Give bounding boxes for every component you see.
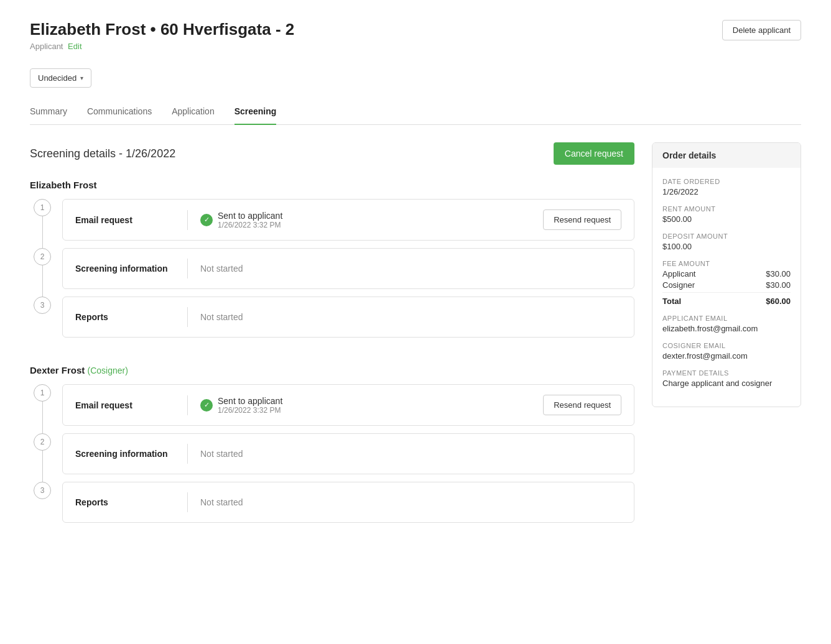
order-deposit-value: $100.00 — [662, 242, 791, 251]
step-connector — [42, 216, 43, 248]
order-rent-value: $500.00 — [662, 214, 791, 224]
step-number: 1 — [34, 384, 51, 402]
order-deposit-field: DEPOSIT AMOUNT $100.00 — [662, 232, 791, 251]
check-icon: ✓ — [200, 399, 213, 412]
sent-label: Sent to applicant — [218, 396, 282, 406]
order-cosigner-email-field: COSIGNER EMAIL dexter.frost@gmail.com — [662, 342, 791, 361]
order-payment-value: Charge applicant and cosigner — [662, 379, 791, 388]
order-date-value: 1/26/2022 — [662, 187, 791, 196]
step-status: ✓ Sent to applicant 1/26/2022 3:32 PM — [200, 211, 531, 229]
order-deposit-label: DEPOSIT AMOUNT — [662, 232, 791, 240]
cosigner-name: Dexter Frost (Cosigner) — [30, 365, 634, 375]
total-label: Total — [662, 297, 681, 306]
step-number: 2 — [34, 248, 51, 265]
fee-applicant-value: $30.00 — [766, 269, 791, 278]
applicant-steps: Elizabeth Frost 1 Email request — [30, 180, 634, 345]
step-status: Not started — [200, 264, 621, 274]
tabs-nav: Summary Communications Application Scree… — [30, 100, 801, 125]
step-divider — [187, 492, 188, 512]
step-row: 1 Email request ✓ Sent to applican — [30, 384, 634, 433]
step-label: Screening information — [75, 264, 175, 274]
order-date-label: DATE ORDERED — [662, 178, 791, 185]
order-cosigner-email-label: COSIGNER EMAIL — [662, 342, 791, 349]
step-divider — [187, 444, 188, 464]
order-applicant-email-field: APPLICANT EMAIL elizabeth.frost@gmail.co… — [662, 315, 791, 333]
step-label: Reports — [75, 312, 175, 322]
applicant-name: Elizabeth Frost — [30, 180, 634, 190]
fee-cosigner-row: Cosigner $30.00 — [662, 280, 791, 290]
fee-applicant-label: Applicant — [662, 269, 695, 278]
order-cosigner-email-value: dexter.frost@gmail.com — [662, 351, 791, 361]
step-number: 1 — [34, 199, 51, 216]
step-divider — [187, 395, 188, 415]
step-row: 2 Screening information Not started — [30, 248, 634, 297]
step-number: 3 — [34, 297, 51, 314]
step-status: ✓ Sent to applicant 1/26/2022 3:32 PM — [200, 396, 531, 415]
delete-applicant-button[interactable]: Delete applicant — [722, 20, 801, 40]
order-rent-field: RENT AMOUNT $500.00 — [662, 205, 791, 224]
status-value: Undecided — [38, 73, 77, 83]
step-label: Email request — [75, 400, 175, 410]
step-row: 3 Reports Not started — [30, 297, 634, 345]
chevron-down-icon: ▾ — [80, 75, 83, 81]
step-divider — [187, 307, 188, 327]
check-icon: ✓ — [200, 214, 213, 226]
fee-applicant-row: Applicant $30.00 — [662, 269, 791, 278]
order-payment-field: PAYMENT DETAILS Charge applicant and cos… — [662, 369, 791, 388]
step-card: Screening information Not started — [62, 433, 634, 474]
step-card: Email request ✓ Sent to applicant 1/26/2… — [62, 384, 634, 426]
tab-summary[interactable]: Summary — [30, 100, 67, 125]
step-number: 2 — [34, 433, 51, 451]
step-status: Not started — [200, 312, 621, 322]
order-card: Order details DATE ORDERED 1/26/2022 REN… — [652, 142, 801, 407]
step-connector — [42, 451, 43, 482]
step-status: Not started — [200, 497, 621, 507]
page-title: Elizabeth Frost • 60 Hverfisgata - 2 — [30, 20, 294, 39]
applicant-label: Applicant — [30, 42, 63, 51]
order-date-field: DATE ORDERED 1/26/2022 — [662, 178, 791, 196]
cosigner-resend-request-button[interactable]: Resend request — [543, 395, 621, 415]
cosigner-label: (Cosigner) — [88, 366, 128, 375]
fee-cosigner-value: $30.00 — [766, 280, 791, 290]
cosigner-steps: Dexter Frost (Cosigner) 1 Email request — [30, 365, 634, 530]
order-fee-label: FEE AMOUNT — [662, 260, 791, 267]
fee-cosigner-label: Cosigner — [662, 280, 695, 290]
fee-total-row: Total $60.00 — [662, 292, 791, 306]
step-card: Screening information Not started — [62, 248, 634, 289]
step-status: Not started — [200, 449, 621, 459]
step-card: Reports Not started — [62, 482, 634, 523]
step-label: Email request — [75, 215, 175, 225]
order-payment-label: PAYMENT DETAILS — [662, 369, 791, 377]
order-rent-label: RENT AMOUNT — [662, 205, 791, 213]
sent-date: 1/26/2022 3:32 PM — [218, 406, 282, 415]
sent-date: 1/26/2022 3:32 PM — [218, 221, 282, 229]
order-applicant-email-value: elizabeth.frost@gmail.com — [662, 324, 791, 333]
tab-communications[interactable]: Communications — [87, 100, 152, 125]
step-number: 3 — [34, 482, 51, 499]
edit-link[interactable]: Edit — [68, 42, 81, 51]
screening-title: Screening details - 1/26/2022 — [30, 147, 175, 160]
step-card: Email request ✓ Sent to applicant 1/26/2… — [62, 199, 634, 241]
step-label: Reports — [75, 497, 175, 507]
order-panel: Order details DATE ORDERED 1/26/2022 REN… — [652, 142, 801, 550]
step-divider — [187, 259, 188, 278]
order-applicant-email-label: APPLICANT EMAIL — [662, 315, 791, 322]
order-fee-field: FEE AMOUNT Applicant $30.00 Cosigner $30… — [662, 260, 791, 306]
tab-application[interactable]: Application — [172, 100, 215, 125]
sent-label: Sent to applicant — [218, 211, 282, 221]
step-label: Screening information — [75, 449, 175, 459]
cancel-request-button[interactable]: Cancel request — [554, 142, 634, 165]
total-value: $60.00 — [766, 297, 791, 306]
step-row: 1 Email request ✓ Sent to applican — [30, 199, 634, 248]
status-dropdown[interactable]: Undecided ▾ — [30, 68, 91, 88]
resend-request-button[interactable]: Resend request — [543, 209, 621, 230]
tab-screening[interactable]: Screening — [234, 100, 277, 125]
step-card: Reports Not started — [62, 297, 634, 338]
step-connector — [42, 402, 43, 433]
step-divider — [187, 210, 188, 230]
step-row: 2 Screening information Not started — [30, 433, 634, 482]
order-card-header: Order details — [652, 143, 801, 168]
step-connector — [42, 265, 43, 297]
step-row: 3 Reports Not started — [30, 482, 634, 530]
